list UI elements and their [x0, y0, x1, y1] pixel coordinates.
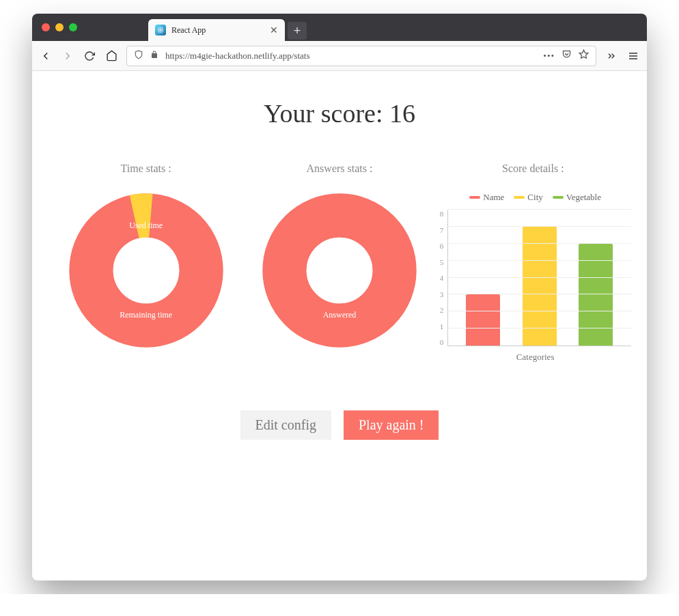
score-details-panel: Score details : Name City Vegetable 8765…	[440, 163, 626, 363]
answers-stats-panel: Answers stats : Answered	[246, 163, 432, 363]
meatballs-icon[interactable]: •••	[543, 51, 555, 61]
tab-title: React App	[171, 25, 206, 36]
used-time-label: Used time	[68, 221, 225, 231]
forward-button[interactable]	[61, 49, 74, 63]
score-bar-chart: Name City Vegetable 876543210 Categories	[440, 192, 631, 363]
maximize-window-button[interactable]	[69, 23, 77, 31]
titlebar: React App ✕ +	[32, 14, 647, 41]
svg-point-0	[160, 29, 161, 31]
score-details-title: Score details :	[440, 163, 626, 175]
answers-donut-chart: Answered	[261, 192, 418, 349]
bar-name	[466, 294, 500, 346]
lock-icon	[150, 51, 158, 61]
x-axis-label: Categories	[440, 352, 631, 363]
minimize-window-button[interactable]	[55, 23, 64, 31]
legend-name: Name	[483, 192, 504, 203]
browser-tab[interactable]: React App ✕	[148, 19, 285, 41]
answered-label: Answered	[261, 310, 418, 320]
url-text: https://m4gie-hackathon.netlify.app/stat…	[165, 51, 309, 61]
bar-vegetable	[579, 244, 613, 346]
back-button[interactable]	[39, 49, 53, 63]
svg-point-12	[307, 238, 373, 304]
y-axis: 876543210	[440, 210, 448, 346]
react-favicon-icon	[155, 25, 166, 36]
browser-toolbar: https://m4gie-hackathon.netlify.app/stat…	[32, 41, 647, 71]
legend-vegetable: Vegetable	[566, 192, 601, 203]
time-donut-chart: Used time Remaining time	[68, 192, 225, 349]
plot-area	[447, 210, 631, 346]
address-bar[interactable]: https://m4gie-hackathon.netlify.app/stat…	[126, 46, 596, 66]
play-again-button[interactable]: Play again !	[344, 410, 439, 440]
edit-config-button[interactable]: Edit config	[240, 410, 331, 440]
close-tab-icon[interactable]: ✕	[270, 25, 278, 36]
legend-city: City	[527, 192, 542, 203]
action-buttons: Edit config Play again !	[53, 410, 626, 440]
bar-chart-legend: Name City Vegetable	[440, 192, 631, 203]
home-button[interactable]	[105, 49, 118, 63]
overflow-chevron-icon[interactable]	[605, 49, 618, 63]
new-tab-button[interactable]: +	[288, 22, 307, 40]
answers-stats-title: Answers stats :	[246, 163, 432, 175]
score-heading: Your score: 16	[53, 98, 626, 128]
remaining-time-label: Remaining time	[68, 310, 225, 320]
svg-point-10	[113, 238, 179, 304]
hamburger-menu-icon[interactable]	[626, 49, 640, 63]
page-content: Your score: 16 Time stats : Used time Re…	[32, 71, 647, 580]
bookmark-star-icon[interactable]	[579, 49, 589, 62]
time-stats-title: Time stats :	[53, 163, 239, 175]
reload-button[interactable]	[83, 49, 96, 63]
pocket-icon[interactable]	[562, 49, 572, 62]
close-window-button[interactable]	[42, 23, 50, 31]
shield-icon	[134, 50, 143, 62]
svg-marker-4	[579, 50, 588, 58]
browser-window: React App ✕ + https://m4gie-hackathon.ne…	[32, 14, 647, 580]
time-stats-panel: Time stats : Used time Remaining time	[53, 163, 239, 363]
window-controls	[32, 23, 87, 31]
